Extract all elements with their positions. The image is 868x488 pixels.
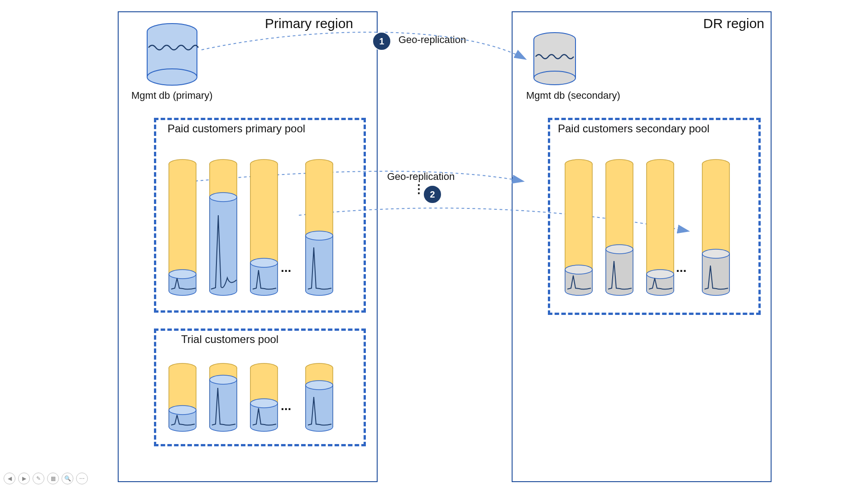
svg-point-16	[169, 270, 196, 279]
tube-trial-4	[304, 362, 334, 435]
badge-2: 2	[423, 185, 442, 204]
tube-paid-primary-1	[168, 159, 197, 299]
tube-trial-1	[168, 362, 197, 435]
mgmt-db-secondary-icon	[532, 32, 577, 91]
svg-point-43	[306, 231, 333, 240]
svg-point-70	[250, 399, 278, 408]
svg-point-97	[606, 245, 633, 254]
tube-paid-secondary-2	[604, 159, 634, 299]
svg-point-25	[210, 193, 237, 202]
svg-point-79	[306, 381, 333, 390]
svg-point-106	[647, 270, 674, 279]
svg-point-52	[169, 406, 196, 415]
svg-rect-78	[306, 385, 333, 427]
svg-point-7	[534, 71, 575, 85]
svg-rect-60	[210, 380, 237, 427]
svg-point-115	[702, 249, 729, 258]
svg-point-88	[565, 265, 592, 274]
svg-rect-24	[210, 197, 237, 291]
tube-trial-2	[208, 362, 238, 435]
vdots-icon: ⋮	[413, 187, 425, 191]
tube-paid-primary-4	[304, 159, 334, 299]
tube-paid-secondary-4	[701, 159, 731, 299]
svg-point-2	[147, 69, 197, 85]
mgmt-db-primary-icon	[145, 23, 199, 91]
diagram-stage: Primary region Mgmt db (primary) Paid cu…	[0, 0, 868, 488]
svg-rect-96	[606, 249, 633, 291]
tube-trial-3	[249, 362, 279, 435]
tube-paid-primary-3	[249, 159, 279, 299]
svg-rect-114	[702, 254, 729, 291]
tube-paid-primary-2	[208, 159, 238, 299]
svg-rect-42	[306, 236, 333, 291]
tube-paid-secondary-1	[564, 159, 594, 299]
badge-1: 1	[372, 32, 391, 51]
tube-paid-secondary-3	[645, 159, 675, 299]
svg-point-61	[210, 375, 237, 384]
svg-point-34	[250, 258, 278, 267]
arrow-mgmt-replication	[201, 32, 525, 59]
